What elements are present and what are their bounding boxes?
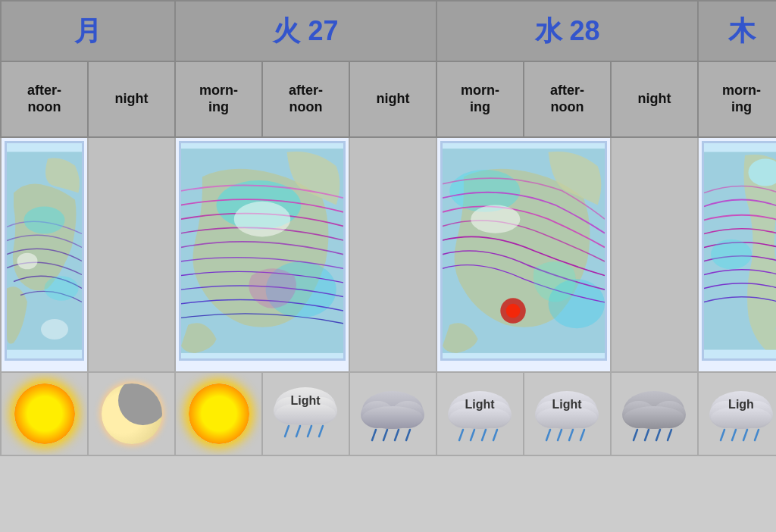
svg-line-67 [743,430,747,440]
cloud-rain-icon-tue-night [353,378,433,446]
svg-line-51 [580,430,584,440]
cloud-rain-icon-wed-night [615,378,694,446]
day-wed: 水 28 [436,1,698,61]
time-wed-morning: morn-ing [436,61,524,137]
cloud-rain-wrapper-tue-night [352,378,434,449]
day-mon: 月 [1,1,175,61]
map-wed-morning [436,137,611,372]
svg-line-49 [558,430,562,440]
light-rain-icon-thu-morning: Ligh [702,378,776,446]
map-thu-morning [698,137,776,372]
light-rain-wrapper-tue: Light [264,374,347,453]
svg-text:Ligh: Ligh [728,398,754,411]
time-tue-night: night [349,61,436,137]
time-tue-afternoon: after-noon [262,61,349,137]
weather-forecast-table: 月 火 27 水 28 木 after-noon night morn-ing … [0,0,776,456]
svg-line-33 [395,430,399,440]
svg-point-3 [17,253,38,270]
map-tue-night [349,137,436,372]
day-header-row: 月 火 27 水 28 木 [1,1,776,61]
svg-line-58 [645,430,649,440]
svg-line-50 [569,430,573,440]
time-tue-morning: morn-ing [175,61,262,137]
svg-text:Light: Light [290,394,321,407]
icon-cell-thu-morning: Ligh [698,372,776,455]
sun-icon-mon-afternoon [14,383,75,444]
svg-line-42 [493,430,497,440]
light-rain-wrapper-wed-morning: Light [439,378,521,449]
time-wed-afternoon: after-noon [524,61,611,137]
svg-point-4 [41,319,68,340]
svg-line-59 [656,430,660,440]
svg-line-25 [319,426,323,437]
time-mon-afternoon: after-noon [1,61,88,137]
svg-line-68 [755,430,759,440]
svg-point-8 [234,202,290,237]
svg-line-34 [406,430,410,440]
map-row [1,137,776,372]
svg-line-60 [668,430,671,440]
icon-cell-tue-morning [175,372,262,455]
svg-text:Light: Light [465,398,495,411]
svg-point-30 [362,406,423,429]
svg-point-17 [711,239,752,270]
icon-cell-wed-night [611,372,698,455]
svg-point-2 [45,276,79,300]
svg-text:Light: Light [552,398,582,411]
light-rain-wrapper-wed-afternoon: Light [526,378,609,449]
svg-point-13 [506,304,521,318]
light-rain-icon-tue: Light [266,374,346,443]
svg-line-66 [732,430,736,440]
svg-line-40 [471,430,474,440]
svg-line-24 [308,426,311,437]
time-thu-morning: morn-ing [698,61,776,137]
svg-line-39 [459,430,463,440]
svg-line-65 [721,430,724,440]
map-tue-morning [175,137,349,372]
icon-row: Light [1,372,776,455]
sun-icon-tue-morning [189,383,249,444]
light-rain-icon-wed-morning: Light [440,378,520,446]
time-header-row: after-noon night morn-ing after-noon nig… [1,61,776,137]
icon-cell-tue-afternoon: Light [262,372,349,455]
svg-line-48 [546,430,550,440]
icon-cell-wed-afternoon: Light [524,372,611,455]
moon-icon-mon-night [102,383,162,444]
icon-cell-mon-afternoon [1,372,88,455]
icon-cell-mon-night [88,372,175,455]
svg-point-10 [449,170,520,212]
map-wed-night [611,137,698,372]
svg-line-22 [285,426,289,437]
icon-cell-tue-night [349,372,436,455]
svg-line-32 [383,430,387,440]
svg-line-57 [634,430,637,440]
svg-line-41 [482,430,486,440]
svg-point-1 [24,207,65,234]
map-mon-night [88,137,175,372]
icon-cell-wed-morning: Light [436,372,524,455]
light-rain-icon-wed-afternoon: Light [527,378,607,446]
cloud-rain-wrapper-wed-night [613,378,696,449]
light-rain-wrapper-thu-morning: Ligh [700,378,776,449]
svg-point-14 [471,205,520,233]
day-thu: 木 [698,1,776,61]
day-tue: 火 27 [175,1,436,61]
time-mon-night: night [88,61,175,137]
time-wed-night: night [611,61,698,137]
map-mon-afternoon [1,137,88,372]
svg-line-23 [296,426,300,437]
svg-point-56 [624,406,684,429]
svg-line-31 [372,430,376,440]
